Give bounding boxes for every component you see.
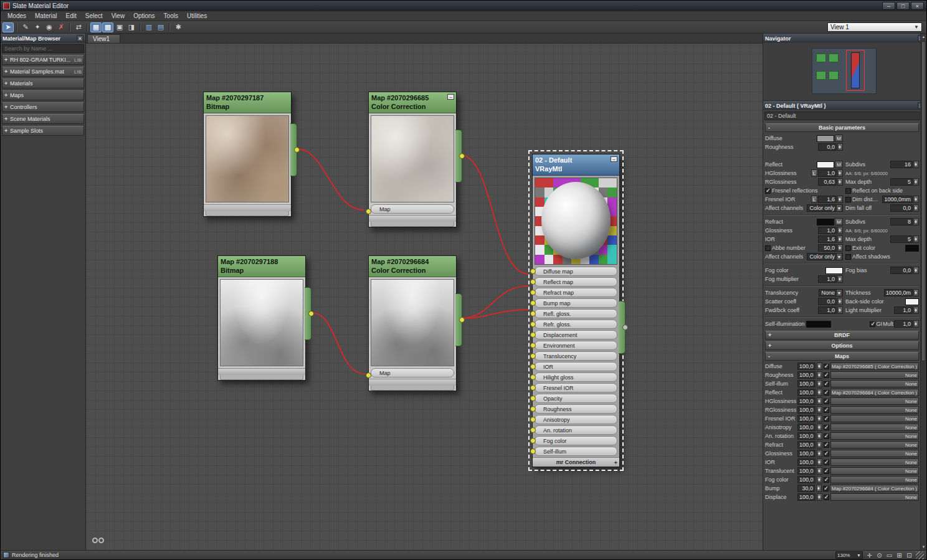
vray-slot-an-rotation[interactable]: An. rotation — [535, 425, 617, 435]
rollout-brdf[interactable]: + BRDF — [765, 331, 919, 339]
map-enable-checkbox[interactable] — [824, 399, 829, 404]
move-children-icon[interactable]: ⇄ — [73, 22, 84, 32]
spinner[interactable] — [913, 218, 919, 225]
reflect-map-button[interactable]: M — [835, 161, 843, 168]
map-assign-button[interactable]: None — [830, 441, 919, 448]
scatter-coeff-field[interactable]: 0,0 — [818, 298, 837, 305]
map-amount-field[interactable]: 100,0 — [797, 397, 815, 405]
vray-slot-fog-color[interactable]: Fog color — [535, 436, 617, 445]
amount-spinner[interactable] — [817, 415, 822, 422]
map-amount-field[interactable]: 100,0 — [797, 415, 815, 422]
vray-slot-refract-map[interactable]: Refract map — [535, 288, 617, 297]
bitmap-thumbnail[interactable] — [220, 279, 303, 366]
output-tab[interactable] — [455, 130, 462, 183]
menu-material[interactable]: Material — [31, 11, 62, 21]
map-enable-checkbox[interactable] — [824, 468, 829, 474]
vray-slot-diffuse-map[interactable]: Diffuse map — [535, 267, 617, 276]
output-socket[interactable] — [459, 153, 465, 159]
rollout-options[interactable]: + Options — [765, 341, 919, 350]
amount-spinner[interactable] — [817, 432, 822, 440]
menu-edit[interactable]: Edit — [62, 11, 81, 21]
vray-slot-fresnel-ior[interactable]: Fresnel IOR — [535, 383, 617, 392]
spinner[interactable] — [837, 143, 843, 151]
title-bar[interactable]: Slate Material Editor –□× — [1, 1, 926, 11]
lock-button[interactable]: L — [811, 169, 817, 177]
input-socket[interactable] — [530, 417, 536, 422]
scroll-down-icon[interactable]: ▼ — [921, 544, 926, 550]
navigator-body[interactable] — [763, 43, 926, 101]
input-socket[interactable] — [530, 268, 536, 274]
subdivs-field[interactable]: 16 — [890, 161, 913, 168]
amount-spinner[interactable] — [817, 458, 822, 466]
spinner[interactable] — [837, 244, 843, 252]
expand-icon[interactable]: + — [4, 116, 10, 122]
map-assign-button[interactable]: None — [830, 406, 919, 414]
map-amount-field[interactable]: 100,0 — [797, 432, 815, 440]
expand-icon[interactable]: + — [4, 92, 10, 98]
map-input-slot[interactable]: Map — [371, 204, 454, 214]
inspector-header[interactable]: 02 - Default ( VRayMtl ) — [763, 101, 926, 110]
node-bitmap-2070297188[interactable]: Map #2070297188 Bitmap — [217, 255, 306, 381]
options-icon[interactable]: ✱ — [173, 22, 184, 32]
pan-hand-icon[interactable]: ✛ — [865, 551, 874, 559]
refract-map-button[interactable]: M — [835, 218, 843, 225]
spinner[interactable] — [913, 267, 919, 274]
vray-slot-translucency[interactable]: Translucency — [535, 351, 617, 361]
expand-icon[interactable]: + — [768, 332, 771, 338]
spinner[interactable] — [837, 306, 843, 314]
vray-slot-ior[interactable]: IOR — [535, 362, 617, 371]
input-socket[interactable] — [530, 343, 536, 348]
spinner[interactable] — [837, 227, 843, 234]
affect-channels-dropdown[interactable]: Color only▼ — [807, 204, 843, 212]
reflect-back-checkbox[interactable] — [845, 188, 851, 194]
map-assign-button[interactable]: None — [830, 397, 919, 405]
expand-icon[interactable]: + — [614, 458, 617, 468]
max-depth-field[interactable]: 5 — [890, 235, 913, 243]
input-socket[interactable] — [530, 374, 536, 380]
gi-checkbox[interactable] — [870, 321, 875, 327]
amount-spinner[interactable] — [817, 450, 822, 457]
browser-section-maps[interactable]: +Maps — [2, 90, 84, 100]
spinner[interactable] — [913, 178, 919, 186]
amount-spinner[interactable] — [817, 363, 822, 370]
dim-distance-checkbox[interactable] — [845, 197, 851, 202]
output-socket[interactable] — [294, 147, 300, 153]
map-amount-field[interactable]: 100,0 — [797, 406, 815, 414]
dim-distance-field[interactable]: 1000,0mm — [882, 196, 913, 203]
tab-view1[interactable]: View1 — [87, 34, 120, 43]
menu-view[interactable]: View — [107, 11, 130, 21]
spinner[interactable] — [913, 204, 919, 212]
expand-icon[interactable]: + — [4, 128, 10, 134]
map-enable-checkbox[interactable] — [824, 373, 829, 378]
minimize-button[interactable]: – — [882, 2, 895, 10]
menu-options[interactable]: Options — [129, 11, 159, 21]
map-enable-checkbox[interactable] — [824, 460, 829, 465]
menu-modes[interactable]: Modes — [3, 11, 31, 21]
map-amount-field[interactable]: 100,0 — [797, 493, 815, 501]
select-tool-icon[interactable]: ➤ — [2, 22, 14, 32]
expand-icon[interactable]: + — [4, 80, 10, 87]
map-amount-field[interactable]: 100,0 — [797, 441, 815, 448]
map-thumbnail[interactable] — [371, 115, 454, 202]
material-id-channel-icon[interactable]: ▣ — [114, 22, 125, 32]
refract-color-swatch[interactable] — [817, 219, 834, 225]
connection-wire[interactable] — [297, 149, 364, 210]
spinner[interactable] — [837, 169, 843, 177]
collapse-icon[interactable]: - — [768, 125, 770, 131]
input-socket[interactable] — [530, 311, 536, 316]
map-amount-field[interactable]: 100,0 — [797, 380, 815, 387]
map-enable-checkbox[interactable] — [824, 364, 829, 369]
rollout-maps[interactable]: - Maps — [765, 352, 919, 361]
pick-material-from-object-icon[interactable]: ✎ — [20, 22, 31, 32]
spinner[interactable] — [913, 306, 919, 314]
menu-utilities[interactable]: Utilities — [183, 11, 211, 21]
layout-all-icon[interactable]: ▥ — [143, 22, 154, 32]
map-assign-button[interactable]: None — [830, 432, 919, 440]
map-assign-button[interactable]: Map #2070296685 ( Color Correction ) — [830, 363, 919, 370]
map-enable-checkbox[interactable] — [824, 416, 829, 422]
input-socket[interactable] — [530, 290, 536, 295]
expand-icon[interactable]: + — [4, 57, 10, 63]
node-color-correction-2070296684[interactable]: Map #2070296684 Color Correction Map — [368, 255, 457, 391]
node-color-correction-2070296685[interactable]: Map #2070296685 Color Correction Map — [368, 92, 457, 227]
glossiness-field[interactable]: 1,0 — [818, 227, 837, 234]
